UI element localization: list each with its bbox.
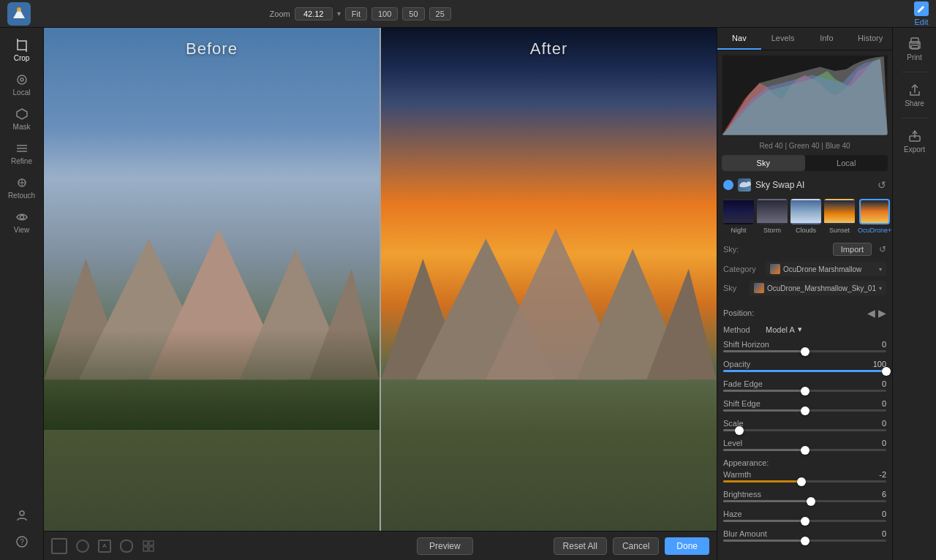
blur-amount-track[interactable]: [723, 540, 886, 542]
position-right-btn[interactable]: ▶: [878, 307, 886, 319]
fade-edge-track[interactable]: [723, 390, 886, 392]
nav-tab-info[interactable]: Info: [805, 28, 849, 50]
haze-thumb[interactable]: [801, 517, 809, 526]
preset-clouds-thumb: [790, 199, 821, 224]
warmth-track[interactable]: [723, 480, 886, 483]
zoom-input[interactable]: [295, 7, 333, 20]
print-btn[interactable]: Print: [896, 34, 934, 64]
reset-all-btn[interactable]: Reset All: [554, 537, 607, 555]
tool-retouch[interactable]: Retouch: [3, 171, 41, 204]
done-btn[interactable]: Done: [665, 537, 709, 555]
warmth-thumb[interactable]: [797, 477, 806, 486]
local-icon: [15, 72, 29, 87]
level-thumb[interactable]: [801, 446, 809, 455]
svg-text:?: ?: [20, 538, 24, 546]
opacity-track[interactable]: [723, 370, 886, 372]
blur-amount-thumb[interactable]: [801, 537, 809, 545]
preset-ocudrone-thumb: [859, 199, 890, 224]
shift-edge-thumb[interactable]: [801, 406, 809, 415]
method-dropdown[interactable]: Model A ▾: [766, 325, 802, 334]
nav-tab-levels[interactable]: Levels: [761, 28, 805, 50]
level-track[interactable]: [723, 449, 886, 451]
scale-value: 0: [882, 419, 886, 428]
svg-rect-33: [911, 38, 918, 43]
bottom-square-icon[interactable]: [51, 538, 67, 554]
export-icon: [907, 129, 922, 143]
fade-edge-thumb[interactable]: [801, 387, 809, 396]
panel-title: Sky Swap AI: [755, 180, 873, 190]
haze-label: Haze: [723, 510, 742, 518]
view-icon: [15, 210, 29, 224]
shift-horizon-track[interactable]: [723, 350, 886, 352]
cancel-btn[interactable]: Cancel: [613, 537, 659, 555]
tool-view[interactable]: View: [3, 205, 41, 238]
level-value: 0: [882, 439, 886, 447]
preset-night[interactable]: Night: [723, 199, 754, 234]
preset-ocudrone[interactable]: OcuDrone+: [858, 199, 891, 234]
brightness-thumb[interactable]: [807, 497, 815, 506]
opacity-thumb[interactable]: [882, 367, 891, 376]
shift-horizon-thumb[interactable]: [801, 347, 809, 356]
mask-icon: [15, 107, 29, 121]
blur-amount-label: Blur Amount: [723, 529, 767, 538]
method-label: Method: [723, 325, 761, 334]
category-dropdown[interactable]: OcuDrone Marshmallow ▾: [766, 262, 886, 276]
sky-select-dropdown[interactable]: OcuDrone_Marshmallow_Sky_01 ▾: [750, 281, 886, 295]
export-btn[interactable]: Export: [896, 126, 934, 156]
sky-select-label: Sky: [723, 284, 745, 292]
scale-thumb[interactable]: [735, 426, 744, 435]
tool-local[interactable]: Local: [3, 68, 41, 101]
zoom-dropdown-arrow[interactable]: ▾: [337, 10, 341, 18]
tool-crop[interactable]: Crop: [3, 34, 41, 67]
share-btn[interactable]: Share: [896, 80, 934, 110]
preset-sunset-label: Sunset: [829, 227, 850, 234]
preset-storm-label: Storm: [763, 227, 781, 234]
nav-tab-history[interactable]: History: [848, 28, 892, 50]
haze-track[interactable]: [723, 520, 886, 522]
top-right: Edit: [914, 1, 929, 26]
nav-tab-nav[interactable]: Nav: [717, 28, 761, 50]
slider-scale: Scale 0: [723, 419, 886, 431]
histogram-label: Red 40 | Green 40 | Blue 40: [717, 140, 892, 152]
bottom-grid-icon[interactable]: [142, 540, 155, 553]
fade-edge-fill: [723, 390, 805, 392]
tool-mask[interactable]: Mask: [3, 102, 41, 135]
position-left-btn[interactable]: ◀: [867, 307, 875, 319]
shift-edge-track[interactable]: [723, 409, 886, 412]
edit-button[interactable]: Edit: [914, 1, 929, 26]
bottom-oval-icon[interactable]: [120, 540, 133, 553]
preset-storm[interactable]: Storm: [757, 199, 788, 234]
opacity-fill: [723, 370, 886, 372]
bottom-circle-icon[interactable]: [76, 540, 89, 553]
sky-tab-local[interactable]: Local: [805, 155, 888, 171]
import-reset-icon[interactable]: ↺: [879, 244, 886, 254]
main-layout: Crop Local Mask Refine Retouch: [0, 28, 936, 560]
zoom-25-btn[interactable]: 25: [429, 7, 451, 20]
method-chevron: ▾: [798, 325, 802, 334]
scale-track[interactable]: [723, 429, 886, 431]
slider-fade-edge: Fade Edge 0: [723, 379, 886, 392]
import-btn[interactable]: Import: [833, 243, 872, 256]
preset-clouds[interactable]: Clouds: [790, 199, 821, 234]
zoom-100-btn[interactable]: 100: [371, 7, 398, 20]
sky-tab-sky[interactable]: Sky: [722, 155, 805, 171]
slider-shift-horizon: Shift Horizon 0: [723, 340, 886, 352]
nav-tabs: Nav Levels Info History: [717, 28, 892, 50]
panel-reset-btn[interactable]: ↺: [878, 179, 886, 191]
fade-edge-value: 0: [882, 379, 886, 388]
preview-btn[interactable]: Preview: [417, 537, 473, 555]
panel-toggle-btn[interactable]: [723, 180, 733, 190]
tool-refine[interactable]: Refine: [3, 137, 41, 170]
bottom-rect-icon[interactable]: A: [98, 540, 111, 553]
canvas-content[interactable]: Before: [44, 28, 717, 531]
before-after-view: Before: [44, 28, 717, 531]
tool-user[interactable]: [3, 504, 41, 526]
svg-rect-27: [143, 541, 148, 545]
bottom-right-btns: Reset All Cancel Done: [554, 537, 709, 555]
preset-clouds-label: Clouds: [796, 227, 816, 234]
zoom-fit-btn[interactable]: Fit: [345, 7, 367, 20]
zoom-50-btn[interactable]: 50: [402, 7, 424, 20]
tool-help[interactable]: ?: [3, 531, 41, 553]
brightness-track[interactable]: [723, 500, 886, 502]
preset-sunset[interactable]: Sunset: [824, 199, 855, 234]
